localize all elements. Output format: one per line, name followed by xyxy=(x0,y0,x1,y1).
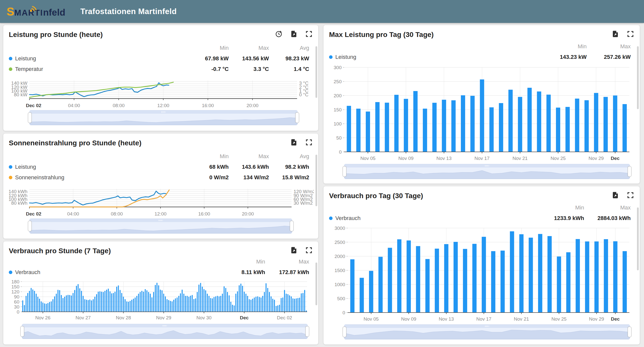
leistung-temperatur-line-chart: 140 kW120 kW100 kW80 kW3 °C2 °C1 °C0 °CD… xyxy=(8,78,314,110)
svg-text:300: 300 xyxy=(334,65,342,70)
svg-text:Nov 13: Nov 13 xyxy=(439,316,454,322)
export-widget-icon[interactable] xyxy=(612,30,619,38)
svg-text:150: 150 xyxy=(334,107,342,112)
stat-max: 134 W/m2 xyxy=(229,172,269,183)
svg-text:Nov 29: Nov 29 xyxy=(589,316,604,322)
scrollbar-handle-left[interactable] xyxy=(20,326,24,337)
scrollbar-preview-area[interactable] xyxy=(344,167,630,179)
scrollbar-handle-right[interactable] xyxy=(295,112,299,123)
stat-avg: 98.2 kWh xyxy=(269,162,309,172)
scrollbar-strip[interactable] xyxy=(30,110,297,114)
scrollbar-handle-right[interactable] xyxy=(628,327,631,337)
panel-title: Verbrauch pro Tag (30 Tage) xyxy=(329,192,423,200)
fullscreen-icon[interactable] xyxy=(305,246,313,254)
scrollbar-handle-left[interactable] xyxy=(28,221,32,231)
svg-text:Dec: Dec xyxy=(611,156,620,161)
svg-text:Nov 26: Nov 26 xyxy=(35,315,50,320)
stats-col-max: Max xyxy=(229,43,269,53)
stats-col-max: Max xyxy=(265,256,309,267)
legend-item[interactable]: Verbrauch xyxy=(329,213,540,224)
svg-text:Dec 02: Dec 02 xyxy=(277,315,292,320)
legend-dot xyxy=(9,176,12,179)
svg-text:30: 30 xyxy=(14,304,19,310)
logo-text-low: nfeld xyxy=(43,7,65,18)
svg-text:Nov 29: Nov 29 xyxy=(156,315,171,320)
svg-text:Nov 09: Nov 09 xyxy=(401,316,416,322)
svg-text:Nov 05: Nov 05 xyxy=(360,156,375,161)
stats-col-min: Min xyxy=(188,151,229,162)
panel-verbrauch-pro-tag: Verbrauch pro Tag (30 Tage) Min Max Verb… xyxy=(324,186,640,344)
scrollbar-strip[interactable] xyxy=(22,324,307,327)
export-widget-icon[interactable] xyxy=(612,191,619,199)
svg-text:500: 500 xyxy=(337,296,345,301)
svg-text:Nov 25: Nov 25 xyxy=(550,156,566,161)
svg-text:2000: 2000 xyxy=(335,254,345,259)
legend-item[interactable]: Leistung xyxy=(9,162,188,172)
legend-item[interactable]: Verbrauch xyxy=(9,267,221,278)
fullscreen-icon[interactable] xyxy=(305,30,313,38)
scrollbar-preview-area[interactable] xyxy=(344,328,630,339)
scrollbar-strip[interactable] xyxy=(344,164,630,167)
fullscreen-icon[interactable] xyxy=(627,30,634,38)
stat-max: 2884.03 kWh xyxy=(584,213,631,224)
legend-dot xyxy=(9,67,12,71)
legend-dot xyxy=(9,165,12,169)
scrollbar-handle-left[interactable] xyxy=(343,327,346,337)
legend-item[interactable]: Temperatur xyxy=(9,64,188,74)
scrollbar-preview-area[interactable] xyxy=(30,114,297,125)
export-widget-icon[interactable] xyxy=(290,246,298,254)
stats-col-min: Min xyxy=(188,43,229,53)
scrollbar-handle-left[interactable] xyxy=(28,112,32,123)
time-window-scrollbar[interactable] xyxy=(344,324,630,339)
scrollbar-handle-right[interactable] xyxy=(305,326,309,337)
stat-avg: 1.4 °C xyxy=(269,64,309,74)
stat-max: 257.26 kW xyxy=(587,52,631,62)
scrollbar-preview-area[interactable] xyxy=(22,327,307,339)
scrollbar-strip[interactable] xyxy=(30,219,292,222)
scrollbar-handle-left[interactable] xyxy=(343,166,346,177)
legend-item[interactable]: Leistung xyxy=(329,52,543,62)
scrollbar-handle-right[interactable] xyxy=(290,221,294,231)
legend-item[interactable]: Leistung xyxy=(9,53,188,64)
fullscreen-icon[interactable] xyxy=(305,139,313,146)
legend-item[interactable]: Sonneneinstrahlung xyxy=(9,172,188,183)
svg-text:1500: 1500 xyxy=(335,268,345,273)
sonneneinstrahlung-line-chart: 140 kWh120 kWh100 kWh80 kWh120 W/m290 W/… xyxy=(8,187,314,219)
scrollbar-strip[interactable] xyxy=(344,325,630,328)
time-window-scrollbar[interactable] xyxy=(22,324,308,339)
stat-min: 0 W/m2 xyxy=(188,172,229,183)
svg-text:04:00: 04:00 xyxy=(68,103,80,108)
stat-min: 143.23 kW xyxy=(543,52,587,62)
time-window-scrollbar[interactable] xyxy=(29,110,298,125)
svg-text:80 kW: 80 kW xyxy=(14,92,27,97)
svg-text:Nov 13: Nov 13 xyxy=(436,156,452,161)
panel-scrollbar[interactable] xyxy=(637,207,639,270)
wifi-icon xyxy=(28,3,38,13)
panel-verbrauch-pro-stunde: Verbrauch pro Stunde (7 Tage) Min Max Ve… xyxy=(3,241,318,344)
export-widget-icon[interactable] xyxy=(290,139,298,146)
stat-min: 68 kWh xyxy=(188,162,229,172)
time-window-scrollbar[interactable] xyxy=(344,164,630,179)
svg-text:0: 0 xyxy=(339,149,342,155)
stat-min: 8.11 kWh xyxy=(221,267,265,278)
stats-col-max: Max xyxy=(229,151,269,162)
svg-text:Nov 28: Nov 28 xyxy=(116,315,131,320)
time-window-scrollbar[interactable] xyxy=(29,219,292,234)
panel-title: Leistung pro Stunde (heute) xyxy=(9,31,103,39)
export-widget-icon[interactable] xyxy=(290,30,298,38)
fullscreen-icon[interactable] xyxy=(627,191,634,199)
stat-max: 3.3 °C xyxy=(229,64,269,74)
svg-text:50: 50 xyxy=(336,135,342,141)
stats-col-min: Min xyxy=(543,41,587,52)
panel-scrollbar[interactable] xyxy=(315,46,317,98)
panel-scrollbar[interactable] xyxy=(315,155,317,206)
panel-scrollbar[interactable] xyxy=(637,46,639,109)
scrollbar-handle-right[interactable] xyxy=(628,166,631,177)
scrollbar-preview-area[interactable] xyxy=(30,222,292,233)
svg-text:16:00: 16:00 xyxy=(202,103,214,108)
logo-text-s: S xyxy=(7,5,14,18)
svg-text:100: 100 xyxy=(334,121,342,126)
panel-scrollbar[interactable] xyxy=(315,263,317,305)
time-history-icon[interactable] xyxy=(275,30,283,38)
svg-text:Nov 21: Nov 21 xyxy=(512,156,528,161)
